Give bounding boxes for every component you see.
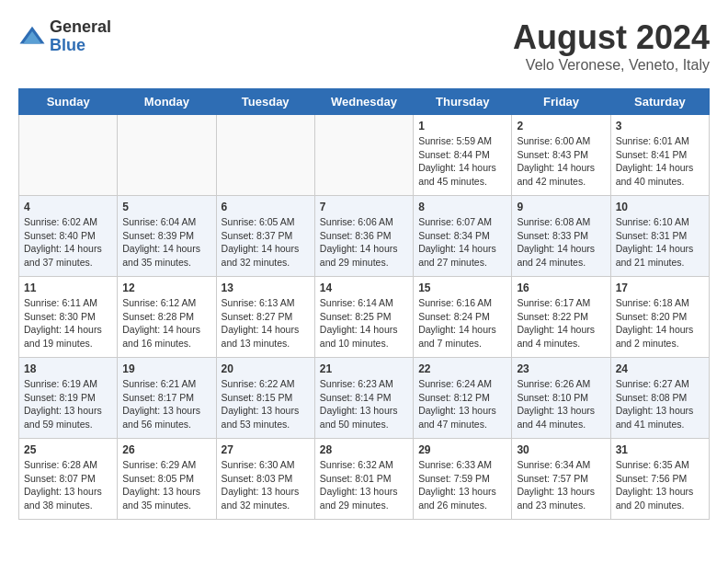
cell-content: Sunrise: 5:59 AM Sunset: 8:44 PM Dayligh… [418, 134, 506, 189]
calendar-cell: 24Sunrise: 6:27 AM Sunset: 8:08 PM Dayli… [610, 358, 709, 439]
calendar-cell: 28Sunrise: 6:32 AM Sunset: 8:01 PM Dayli… [314, 439, 413, 520]
calendar-cell [216, 115, 314, 196]
cell-content: Sunrise: 6:18 AM Sunset: 8:20 PM Dayligh… [616, 296, 704, 350]
calendar-cell: 27Sunrise: 6:30 AM Sunset: 8:03 PM Dayli… [216, 439, 314, 520]
logo-text: General Blue [50, 18, 111, 55]
day-number: 30 [517, 443, 605, 456]
day-number: 5 [122, 201, 210, 213]
cell-content: Sunrise: 6:11 AM Sunset: 8:30 PM Dayligh… [24, 296, 112, 350]
cell-content: Sunrise: 6:26 AM Sunset: 8:10 PM Dayligh… [517, 377, 605, 431]
calendar-cell: 5Sunrise: 6:04 AM Sunset: 8:39 PM Daylig… [118, 196, 216, 277]
calendar-cell: 15Sunrise: 6:16 AM Sunset: 8:24 PM Dayli… [414, 277, 512, 358]
cell-content: Sunrise: 6:16 AM Sunset: 8:24 PM Dayligh… [418, 296, 506, 350]
subtitle: Velo Veronese, Veneto, Italy [513, 57, 710, 74]
calendar-cell: 29Sunrise: 6:33 AM Sunset: 7:59 PM Dayli… [414, 439, 512, 520]
calendar-table: SundayMondayTuesdayWednesdayThursdayFrid… [18, 88, 710, 520]
calendar-header: SundayMondayTuesdayWednesdayThursdayFrid… [19, 89, 710, 115]
cell-content: Sunrise: 6:12 AM Sunset: 8:28 PM Dayligh… [122, 296, 210, 350]
day-number: 24 [616, 362, 704, 375]
week-row-2: 4Sunrise: 6:02 AM Sunset: 8:40 PM Daylig… [19, 196, 710, 277]
cell-content: Sunrise: 6:01 AM Sunset: 8:41 PM Dayligh… [616, 134, 704, 189]
calendar-cell: 26Sunrise: 6:29 AM Sunset: 8:05 PM Dayli… [118, 439, 216, 520]
cell-content: Sunrise: 6:29 AM Sunset: 8:05 PM Dayligh… [122, 458, 210, 512]
calendar-cell: 13Sunrise: 6:13 AM Sunset: 8:27 PM Dayli… [216, 277, 314, 358]
main-title: August 2024 [513, 18, 710, 57]
calendar-cell: 23Sunrise: 6:26 AM Sunset: 8:10 PM Dayli… [512, 358, 610, 439]
cell-content: Sunrise: 6:22 AM Sunset: 8:15 PM Dayligh… [222, 377, 310, 431]
calendar-cell: 21Sunrise: 6:23 AM Sunset: 8:14 PM Dayli… [314, 358, 413, 439]
calendar-cell: 18Sunrise: 6:19 AM Sunset: 8:19 PM Dayli… [19, 358, 118, 439]
cell-content: Sunrise: 6:17 AM Sunset: 8:22 PM Dayligh… [517, 296, 605, 350]
calendar-cell: 30Sunrise: 6:34 AM Sunset: 7:57 PM Dayli… [512, 439, 610, 520]
week-row-4: 18Sunrise: 6:19 AM Sunset: 8:19 PM Dayli… [19, 358, 710, 439]
day-number: 18 [24, 362, 112, 375]
day-number: 22 [418, 362, 506, 375]
day-number: 9 [517, 201, 605, 213]
header-day-sunday: Sunday [19, 89, 118, 115]
header-day-monday: Monday [118, 89, 216, 115]
header-day-friday: Friday [512, 89, 610, 115]
day-number: 17 [616, 282, 704, 294]
day-number: 21 [320, 362, 408, 375]
title-area: August 2024 Velo Veronese, Veneto, Italy [513, 18, 710, 74]
calendar-cell: 6Sunrise: 6:05 AM Sunset: 8:37 PM Daylig… [216, 196, 314, 277]
cell-content: Sunrise: 6:35 AM Sunset: 7:56 PM Dayligh… [616, 458, 704, 512]
day-number: 2 [517, 120, 605, 132]
logo-general-text: General [50, 18, 111, 37]
week-row-1: 1Sunrise: 5:59 AM Sunset: 8:44 PM Daylig… [19, 115, 710, 196]
cell-content: Sunrise: 6:04 AM Sunset: 8:39 PM Dayligh… [122, 215, 210, 270]
cell-content: Sunrise: 6:23 AM Sunset: 8:14 PM Dayligh… [320, 377, 408, 431]
cell-content: Sunrise: 6:00 AM Sunset: 8:43 PM Dayligh… [517, 134, 605, 189]
cell-content: Sunrise: 6:33 AM Sunset: 7:59 PM Dayligh… [418, 458, 506, 512]
day-number: 16 [517, 282, 605, 294]
logo-blue-text: Blue [50, 37, 111, 55]
day-number: 11 [24, 282, 112, 294]
calendar-cell: 22Sunrise: 6:24 AM Sunset: 8:12 PM Dayli… [414, 358, 512, 439]
day-number: 8 [418, 201, 506, 213]
logo: General Blue [18, 18, 111, 55]
calendar-cell: 4Sunrise: 6:02 AM Sunset: 8:40 PM Daylig… [19, 196, 118, 277]
day-number: 29 [418, 443, 506, 456]
day-number: 27 [222, 443, 310, 456]
calendar-cell: 1Sunrise: 5:59 AM Sunset: 8:44 PM Daylig… [414, 115, 512, 196]
cell-content: Sunrise: 6:05 AM Sunset: 8:37 PM Dayligh… [222, 215, 310, 270]
calendar-cell: 16Sunrise: 6:17 AM Sunset: 8:22 PM Dayli… [512, 277, 610, 358]
cell-content: Sunrise: 6:10 AM Sunset: 8:31 PM Dayligh… [616, 215, 704, 270]
cell-content: Sunrise: 6:06 AM Sunset: 8:36 PM Dayligh… [320, 215, 408, 270]
header-day-saturday: Saturday [610, 89, 709, 115]
cell-content: Sunrise: 6:32 AM Sunset: 8:01 PM Dayligh… [320, 458, 408, 512]
day-number: 6 [222, 201, 310, 213]
day-number: 31 [616, 443, 704, 456]
calendar-cell [19, 115, 118, 196]
calendar-cell: 10Sunrise: 6:10 AM Sunset: 8:31 PM Dayli… [610, 196, 709, 277]
day-number: 10 [616, 201, 704, 213]
header-day-tuesday: Tuesday [216, 89, 314, 115]
header-day-thursday: Thursday [414, 89, 512, 115]
calendar-cell: 25Sunrise: 6:28 AM Sunset: 8:07 PM Dayli… [19, 439, 118, 520]
calendar-cell: 14Sunrise: 6:14 AM Sunset: 8:25 PM Dayli… [314, 277, 413, 358]
header-day-wednesday: Wednesday [314, 89, 413, 115]
calendar-cell: 17Sunrise: 6:18 AM Sunset: 8:20 PM Dayli… [610, 277, 709, 358]
day-number: 25 [24, 443, 112, 456]
cell-content: Sunrise: 6:21 AM Sunset: 8:17 PM Dayligh… [122, 377, 210, 431]
day-number: 23 [517, 362, 605, 375]
day-number: 15 [418, 282, 506, 294]
header: General Blue August 2024 Velo Veronese, … [18, 18, 710, 74]
logo-icon [18, 23, 46, 51]
day-number: 28 [320, 443, 408, 456]
cell-content: Sunrise: 6:14 AM Sunset: 8:25 PM Dayligh… [320, 296, 408, 350]
calendar-cell [118, 115, 216, 196]
day-number: 7 [320, 201, 408, 213]
day-number: 19 [122, 362, 210, 375]
cell-content: Sunrise: 6:28 AM Sunset: 8:07 PM Dayligh… [24, 458, 112, 512]
day-number: 26 [122, 443, 210, 456]
day-number: 3 [616, 120, 704, 132]
day-number: 14 [320, 282, 408, 294]
day-number: 4 [24, 201, 112, 213]
cell-content: Sunrise: 6:24 AM Sunset: 8:12 PM Dayligh… [418, 377, 506, 431]
calendar-cell: 19Sunrise: 6:21 AM Sunset: 8:17 PM Dayli… [118, 358, 216, 439]
calendar-cell: 9Sunrise: 6:08 AM Sunset: 8:33 PM Daylig… [512, 196, 610, 277]
calendar-cell: 12Sunrise: 6:12 AM Sunset: 8:28 PM Dayli… [118, 277, 216, 358]
week-row-3: 11Sunrise: 6:11 AM Sunset: 8:30 PM Dayli… [19, 277, 710, 358]
day-number: 1 [418, 120, 506, 132]
